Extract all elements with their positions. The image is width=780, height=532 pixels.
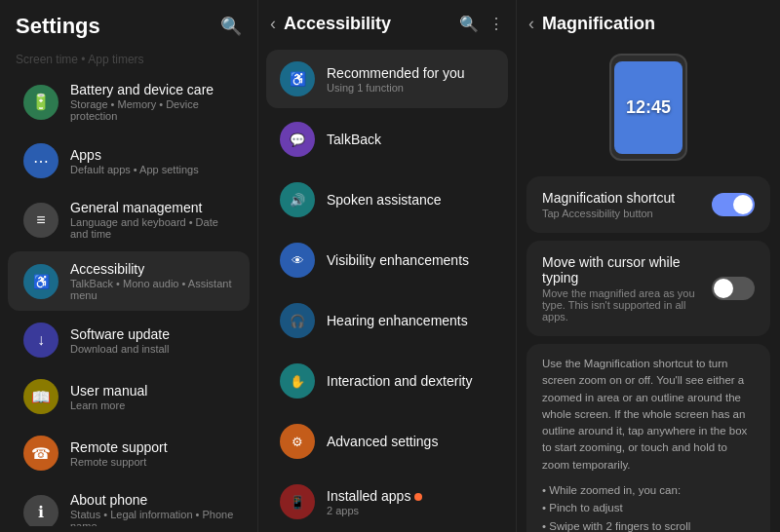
recommended-title: Recommended for you [327, 65, 494, 81]
accessibility-header: ‹ Accessibility 🔍 ⋮ [258, 0, 516, 44]
battery-icon: 🔋 [23, 85, 58, 120]
acc-item-interaction[interactable]: ✋ Interaction and dexterity [266, 352, 508, 410]
visibility-icon: 👁 [280, 243, 315, 278]
acc-item-advanced[interactable]: ⚙ Advanced settings [266, 412, 508, 471]
interaction-icon: ✋ [280, 363, 315, 399]
accessibility-panel-title: Accessibility [284, 14, 451, 34]
recommended-sub: Using 1 function [327, 82, 494, 94]
magnification-shortcut-card: Magnification shortcut Tap Accessibility… [526, 176, 770, 233]
magnification-tip-2: Swipe with 2 fingers to scroll [542, 517, 755, 532]
about-text: About phone Status • Legal information •… [70, 492, 234, 526]
magnification-cursor-text: Move with cursor while typing Move the m… [542, 254, 702, 323]
magnification-cursor-title: Move with cursor while typing [542, 254, 702, 285]
phone-time: 12:45 [626, 97, 671, 118]
installed-title: Installed apps [327, 488, 494, 504]
magnification-cursor-header: Move with cursor while typing Move the m… [542, 254, 755, 323]
acc-item-visibility[interactable]: 👁 Visibility enhancements [266, 231, 508, 289]
acc-item-hearing[interactable]: 🎧 Hearing enhancements [266, 291, 508, 350]
magnification-header: ‹ Magnification [517, 0, 780, 44]
settings-search-icon[interactable]: 🔍 [220, 16, 242, 37]
settings-panel: Settings 🔍 Screen time • App timers 🔋 Ba… [0, 0, 258, 532]
phone-preview: 12:45 [517, 44, 780, 176]
general-sub: Language and keyboard • Date and time [70, 216, 234, 240]
spoken-icon: 🔊 [280, 182, 315, 217]
faded-item: Screen time • App timers [0, 49, 257, 70]
interaction-title: Interaction and dexterity [327, 373, 494, 389]
magnification-description-block: Use the Magnification shortcut to turn s… [526, 344, 770, 532]
acc-item-recommended[interactable]: ♿ Recommended for you Using 1 function [266, 50, 508, 108]
general-icon: ≡ [23, 203, 58, 238]
installed-badge [414, 493, 422, 501]
spoken-text: Spoken assistance [327, 192, 494, 208]
settings-item-battery[interactable]: 🔋 Battery and device care Storage • Memo… [8, 72, 250, 132]
apps-title: Apps [70, 147, 234, 163]
manual-title: User manual [70, 383, 234, 399]
remote-icon: ☎ [23, 436, 58, 471]
accessibility-icon: ♿ [23, 264, 58, 299]
interaction-text: Interaction and dexterity [327, 373, 494, 389]
hearing-title: Hearing enhancements [327, 313, 494, 328]
accessibility-text: Accessibility TalkBack • Mono audio • As… [70, 261, 234, 301]
general-text: General management Language and keyboard… [70, 200, 234, 240]
acc-item-talkback[interactable]: 💬 TalkBack [266, 110, 508, 169]
settings-item-accessibility[interactable]: ♿ Accessibility TalkBack • Mono audio • … [8, 251, 250, 311]
recommended-icon: ♿ [280, 61, 315, 96]
magnification-title: Magnification [542, 14, 655, 34]
battery-text: Battery and device care Storage • Memory… [70, 82, 234, 122]
installed-text: Installed apps 2 apps [327, 488, 494, 516]
phone-screen: 12:45 [614, 61, 682, 154]
talkback-text: TalkBack [327, 132, 494, 147]
advanced-text: Advanced settings [327, 434, 494, 449]
settings-title: Settings [16, 14, 100, 39]
magnification-cursor-card: Move with cursor while typing Move the m… [526, 241, 770, 336]
apps-text: Apps Default apps • App settings [70, 147, 234, 175]
settings-list: Screen time • App timers 🔋 Battery and d… [0, 49, 257, 526]
magnification-tip-1: Pinch to adjust [542, 499, 755, 516]
manual-text: User manual Learn more [70, 383, 234, 411]
settings-item-apps[interactable]: ⋯ Apps Default apps • App settings [8, 133, 250, 188]
installed-icon: 📱 [280, 484, 315, 519]
advanced-icon: ⚙ [280, 424, 315, 459]
software-text: Software update Download and install [70, 326, 234, 355]
magnification-shortcut-text: Magnification shortcut Tap Accessibility… [542, 190, 675, 219]
about-icon: ℹ [23, 495, 58, 527]
magnification-shortcut-toggle[interactable] [712, 193, 755, 216]
talkback-icon: 💬 [280, 122, 315, 157]
accessibility-panel: ‹ Accessibility 🔍 ⋮ ♿ Recommended for yo… [258, 0, 517, 532]
visibility-text: Visibility enhancements [327, 252, 494, 268]
accessibility-more-icon[interactable]: ⋮ [488, 15, 504, 33]
accessibility-back-button[interactable]: ‹ [270, 14, 276, 34]
talkback-title: TalkBack [327, 132, 494, 147]
spoken-title: Spoken assistance [327, 192, 494, 208]
settings-item-general[interactable]: ≡ General management Language and keyboa… [8, 190, 250, 249]
magnification-shortcut-sub: Tap Accessibility button [542, 208, 675, 219]
magnification-back-button[interactable]: ‹ [528, 14, 534, 34]
settings-item-about[interactable]: ℹ About phone Status • Legal information… [8, 482, 250, 526]
magnification-shortcut-header: Magnification shortcut Tap Accessibility… [542, 190, 755, 219]
accessibility-list: ♿ Recommended for you Using 1 function 💬… [258, 44, 516, 521]
acc-item-installed[interactable]: 📱 Installed apps 2 apps [266, 473, 508, 521]
cursor-toggle-knob [714, 279, 733, 298]
remote-sub: Remote support [70, 456, 234, 468]
recommended-text: Recommended for you Using 1 function [327, 65, 494, 94]
software-icon: ↓ [23, 323, 58, 358]
manual-icon: 📖 [23, 379, 58, 414]
magnification-cursor-toggle[interactable] [712, 277, 755, 300]
accessibility-header-icons: 🔍 ⋮ [459, 15, 504, 33]
accessibility-sub: TalkBack • Mono audio • Assistant menu [70, 278, 234, 301]
software-sub: Download and install [70, 343, 234, 355]
toggle-knob [733, 195, 753, 214]
general-title: General management [70, 200, 234, 215]
accessibility-search-icon[interactable]: 🔍 [459, 15, 479, 33]
settings-item-remote[interactable]: ☎ Remote support Remote support [8, 426, 250, 480]
apps-sub: Default apps • App settings [70, 164, 234, 175]
settings-item-manual[interactable]: 📖 User manual Learn more [8, 369, 250, 424]
phone-mockup: 12:45 [609, 54, 687, 161]
acc-item-spoken[interactable]: 🔊 Spoken assistance [266, 171, 508, 229]
remote-title: Remote support [70, 439, 234, 455]
accessibility-title: Accessibility [70, 261, 234, 277]
magnification-tips: While zoomed in, you can: Pinch to adjus… [542, 481, 755, 532]
battery-title: Battery and device care [70, 82, 234, 97]
magnification-cursor-sub: Move the magnified area as you type. Thi… [542, 287, 702, 323]
settings-item-software[interactable]: ↓ Software update Download and install [8, 313, 250, 367]
